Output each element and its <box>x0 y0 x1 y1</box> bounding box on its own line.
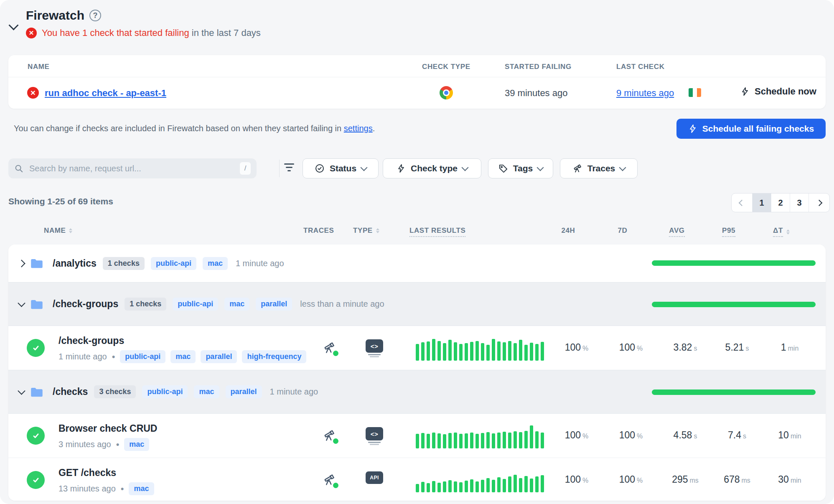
uptime-bar <box>652 389 816 395</box>
toolbar-divider <box>279 160 280 177</box>
traces-active-dot <box>333 351 338 356</box>
traces-active-dot <box>333 438 338 444</box>
row-menu-button[interactable] <box>824 257 826 270</box>
col-last-check: LAST CHECK <box>616 63 665 71</box>
tag[interactable]: parallel <box>256 298 292 311</box>
page-title: Firewatch ? <box>26 8 101 23</box>
row-menu-button[interactable] <box>824 429 826 443</box>
folder-row-analytics[interactable]: /analytics 1 checks public-api mac 1 min… <box>8 244 826 282</box>
filter-icon[interactable] <box>284 163 295 173</box>
failing-table-header: NAME CHECK TYPE STARTED FAILING LAST CHE… <box>8 55 826 77</box>
tag[interactable]: public-api <box>151 257 196 270</box>
settings-link[interactable]: settings <box>344 124 373 133</box>
col-delta-t[interactable]: ΔT <box>754 227 809 237</box>
prev-page-button[interactable] <box>732 193 752 212</box>
tag[interactable]: mac <box>170 350 196 363</box>
collapse-panel-chevron-icon[interactable] <box>8 20 18 30</box>
check-type-filter-dropdown[interactable]: Check type <box>383 158 481 178</box>
error-circle-icon: ✕ <box>26 28 37 38</box>
check-name[interactable]: Browser check CRUD <box>58 423 157 434</box>
schedule-all-failing-button[interactable]: Schedule all failing checks <box>676 119 826 139</box>
last-run-time: 1 minute ago <box>270 387 318 397</box>
tag[interactable]: mac <box>129 482 154 495</box>
row-menu-button[interactable] <box>824 473 826 487</box>
row-menu-button[interactable] <box>824 385 826 399</box>
alert-highlight: You have 1 check that started failing <box>42 28 189 38</box>
check-row-check-groups[interactable]: /check-groups 1 minute ago• public-api m… <box>8 326 826 370</box>
col-started-failing: STARTED FAILING <box>505 63 572 71</box>
tag[interactable]: mac <box>203 257 228 270</box>
tag[interactable]: mac <box>224 298 249 311</box>
status-filter-label: Status <box>330 163 356 173</box>
stat-delta-t: 10min <box>763 430 817 441</box>
folder-row-check-groups[interactable]: /check-groups 1 checks public-api mac pa… <box>8 282 826 326</box>
passing-status-icon <box>27 339 45 357</box>
stat-p95: 7.4s <box>710 430 764 441</box>
checks-count-badge: 1 checks <box>125 298 166 311</box>
checks-table: /analytics 1 checks public-api mac 1 min… <box>8 244 826 501</box>
chevron-down-icon[interactable] <box>18 387 25 395</box>
check-name[interactable]: GET /checks <box>58 467 116 479</box>
last-results-histogram[interactable] <box>416 468 544 492</box>
tag[interactable]: high-frequency <box>242 350 306 363</box>
search-shortcut-badge: / <box>240 162 251 175</box>
telescope-icon <box>572 163 582 173</box>
ireland-flag-icon <box>689 88 701 97</box>
tag[interactable]: public-api <box>173 298 218 311</box>
page-button-1[interactable]: 1 <box>752 193 771 212</box>
uptime-bar <box>652 260 816 266</box>
col-type[interactable]: TYPE <box>353 227 379 235</box>
chrome-icon <box>440 86 453 99</box>
tag[interactable]: public-api <box>142 385 188 398</box>
chevron-right-icon[interactable] <box>18 260 25 267</box>
chevron-down-icon <box>361 164 368 171</box>
tag-icon <box>498 164 508 173</box>
search-input[interactable] <box>28 163 235 174</box>
page-title-text: Firewatch <box>26 8 84 23</box>
tag[interactable]: parallel <box>201 350 237 363</box>
col-avg[interactable]: AVG <box>650 227 704 237</box>
stat-delta-t: 30min <box>763 474 817 485</box>
search-icon <box>14 164 23 173</box>
page-button-2[interactable]: 2 <box>771 193 790 212</box>
stat-delta-t: 1min <box>763 342 817 353</box>
stat-24h: 100% <box>549 474 604 485</box>
tags-filter-dropdown[interactable]: Tags <box>488 158 553 178</box>
status-filter-dropdown[interactable]: Status <box>303 158 379 178</box>
page-button-3[interactable]: 3 <box>790 193 809 212</box>
col-24h: 24H <box>541 227 595 235</box>
chevron-left-icon <box>739 199 745 206</box>
chevron-down-icon <box>537 164 544 171</box>
check-name[interactable]: /check-groups <box>58 335 124 346</box>
help-icon[interactable]: ? <box>89 10 101 21</box>
tag[interactable]: mac <box>194 385 219 398</box>
col-7d: 7D <box>595 227 650 235</box>
col-check-type: CHECK TYPE <box>422 63 470 71</box>
last-run-time: less than a minute ago <box>300 299 384 309</box>
traces-filter-dropdown[interactable]: Traces <box>560 158 638 178</box>
chevron-right-icon <box>816 199 823 206</box>
check-row-browser-check-crud[interactable]: Browser check CRUD 3 minutes ago• mac <>… <box>8 414 826 458</box>
check-row-get-checks[interactable]: GET /checks 13 minutes ago• mac API 100%… <box>8 458 826 501</box>
traces-enabled-icon <box>323 341 338 355</box>
failing-check-link[interactable]: run adhoc check - ap-east-1 <box>45 88 166 99</box>
tag[interactable]: parallel <box>226 385 262 398</box>
tag[interactable]: mac <box>124 438 149 451</box>
folder-row-checks[interactable]: /checks 3 checks public-api mac parallel… <box>8 370 826 414</box>
row-menu-button[interactable] <box>824 297 826 311</box>
last-check-link[interactable]: 9 minutes ago <box>616 88 674 99</box>
col-p95[interactable]: P95 <box>702 227 756 237</box>
col-last-results[interactable]: LAST RESULTS <box>409 227 465 237</box>
next-page-button[interactable] <box>809 193 829 212</box>
row-menu-button[interactable] <box>824 341 826 355</box>
chevron-down-icon[interactable] <box>18 299 25 307</box>
last-results-histogram[interactable] <box>416 424 544 448</box>
tag[interactable]: public-api <box>120 350 165 363</box>
schedule-all-label: Schedule all failing checks <box>702 124 814 134</box>
schedule-now-button[interactable]: Schedule now <box>740 86 816 97</box>
schedule-now-label: Schedule now <box>755 86 816 97</box>
col-name[interactable]: NAME <box>44 227 72 235</box>
last-results-histogram[interactable] <box>416 336 544 361</box>
stat-7d: 100% <box>604 430 658 441</box>
stat-7d: 100% <box>604 474 658 485</box>
